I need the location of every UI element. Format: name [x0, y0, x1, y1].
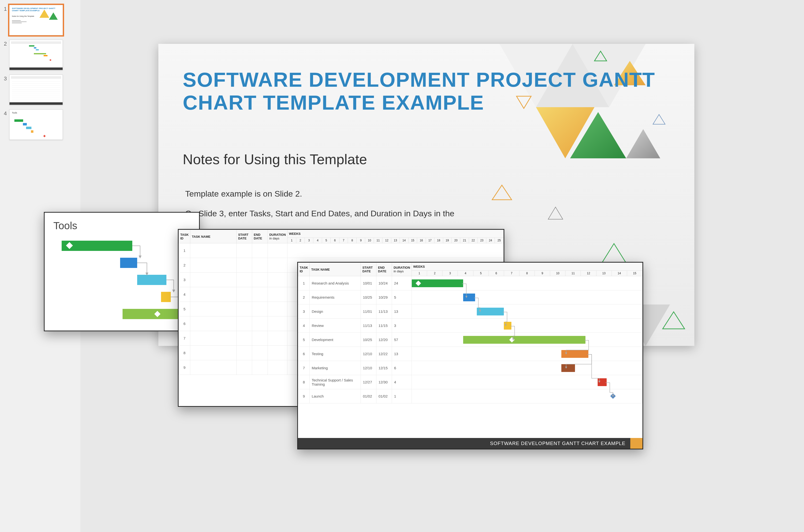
gantt-bar	[561, 364, 575, 372]
cell: 3	[392, 319, 412, 333]
cell: 12/30	[376, 375, 392, 389]
gantt-cell	[412, 319, 642, 333]
thumbnail-preview[interactable]	[9, 75, 63, 105]
body-line: On Slide 3, enter Tasks, Start and End D…	[185, 207, 475, 220]
milestone-diamond-icon	[610, 393, 616, 399]
slide-subtitle[interactable]: Notes for Using this Template	[183, 151, 367, 167]
week-header: 10	[365, 238, 374, 243]
week-header: 9	[535, 271, 550, 276]
thumbnail-preview[interactable]: SOFTWARE DEVELOPMENT PROJECT GANTT CHART…	[9, 5, 63, 35]
week-header: 13	[391, 238, 399, 243]
gantt-bar	[561, 350, 588, 358]
card-title: Tools	[44, 213, 199, 239]
week-header: 4	[313, 238, 322, 243]
preview-card-tools: Tools	[44, 212, 200, 331]
svg-marker-3	[536, 107, 595, 158]
mini-bar	[36, 49, 39, 51]
mini-title: SOFTWARE DEVELOPMENT PROJECT GANTT CHART…	[12, 7, 62, 12]
cell: 10/25	[361, 290, 376, 304]
week-header: 3	[443, 271, 458, 276]
cell: 2	[298, 290, 310, 304]
week-header: 6	[331, 238, 339, 243]
gantt-bar	[137, 275, 166, 285]
week-header: 23	[478, 238, 486, 243]
cell: 13	[392, 347, 412, 361]
week-header: 6	[488, 271, 504, 276]
thumbnail-number: 3	[2, 75, 9, 82]
thumbnail-preview[interactable]	[9, 40, 63, 70]
body-line: Template example is on Slide 2.	[185, 188, 475, 200]
gantt-cell	[412, 361, 642, 375]
cell: 10/01	[361, 276, 376, 290]
col-start-date: START DATE	[237, 230, 252, 243]
col-task-id: TASK ID	[179, 230, 190, 243]
mini-bar	[34, 47, 36, 49]
mini-footer	[10, 102, 62, 105]
week-header: 5	[322, 238, 330, 243]
mini-title: Tools	[12, 112, 17, 114]
col-task-name: TASK NAME	[310, 263, 361, 276]
mini-diamond	[43, 135, 46, 137]
mini-bar	[29, 45, 34, 46]
gantt-cell	[412, 276, 642, 290]
thumbnail-2[interactable]: 2	[2, 40, 78, 70]
slide-body-text[interactable]: Template example is on Slide 2. On Slide…	[185, 188, 475, 227]
gantt-cell	[412, 290, 642, 304]
cell: 01/02	[376, 389, 392, 403]
thumbnail-4[interactable]: 4 Tools	[2, 109, 78, 140]
week-header: 15	[627, 271, 642, 276]
table-row: 8Technical Support / Sales Training12/27…	[298, 375, 642, 389]
mini-bar	[50, 59, 51, 61]
thumbnail-3[interactable]: 3	[2, 75, 78, 105]
cell: 12/15	[376, 361, 392, 375]
week-header: 2	[427, 271, 443, 276]
cell: 12/20	[376, 333, 392, 347]
table-row: 2Requirements10/2510/295	[298, 290, 642, 304]
week-header: 24	[486, 238, 494, 243]
col-weeks: WEEKS	[412, 263, 642, 271]
cell: 24	[392, 276, 412, 290]
cell: 6	[298, 347, 310, 361]
slide-title[interactable]: SOFTWARE DEVELOPMENT PROJECT GANTT CHART…	[183, 68, 694, 114]
gantt-bar	[598, 378, 607, 386]
thumbnail-preview[interactable]: Tools	[9, 109, 63, 140]
week-header: 19	[443, 238, 451, 243]
cell: Design	[310, 304, 361, 319]
mini-bar	[14, 119, 23, 122]
mini-footer	[10, 68, 62, 70]
preview-card-gantt-example: TASK ID TASK NAME START DATE END DATE DU…	[297, 262, 643, 450]
cell: 6	[392, 361, 412, 375]
mini-bar	[23, 123, 27, 126]
week-header: 4	[458, 271, 473, 276]
cell: 4	[392, 375, 412, 389]
cell: Requirements	[310, 290, 361, 304]
cell: 7	[298, 361, 310, 375]
svg-marker-7	[595, 51, 607, 61]
cell: 13	[392, 304, 412, 319]
gantt-bar	[504, 322, 511, 329]
col-task-id: TASK ID	[298, 263, 310, 276]
week-header: 14	[612, 271, 627, 276]
col-duration: DURATIONin days	[392, 263, 412, 276]
thumbnail-number: 4	[2, 109, 9, 117]
triangle-icon	[39, 10, 49, 18]
cell: Research and Analysis	[310, 276, 361, 290]
week-header: 11	[374, 238, 382, 243]
cell: Testing	[310, 347, 361, 361]
week-header: 13	[596, 271, 612, 276]
cell: 3	[298, 304, 310, 319]
table-row: 3Design11/0111/1313	[298, 304, 642, 319]
svg-marker-9	[653, 114, 665, 124]
week-header: 12	[581, 271, 596, 276]
cell: 1	[392, 389, 412, 403]
week-header: 1	[287, 238, 296, 243]
cell: 11/13	[376, 304, 392, 319]
cell: Launch	[310, 389, 361, 403]
cell: 1	[298, 276, 310, 290]
table-row: 7Marketing12/1012/156	[298, 361, 642, 375]
slide-footer: SOFTWARE DEVELOPMENT GANTT CHART EXAMPLE	[298, 438, 642, 449]
gantt-cell	[412, 347, 642, 361]
thumbnail-1[interactable]: 1 SOFTWARE DEVELOPMENT PROJECT GANTT CHA…	[2, 5, 78, 35]
footer-accent	[630, 438, 642, 449]
cell: 5	[298, 333, 310, 347]
